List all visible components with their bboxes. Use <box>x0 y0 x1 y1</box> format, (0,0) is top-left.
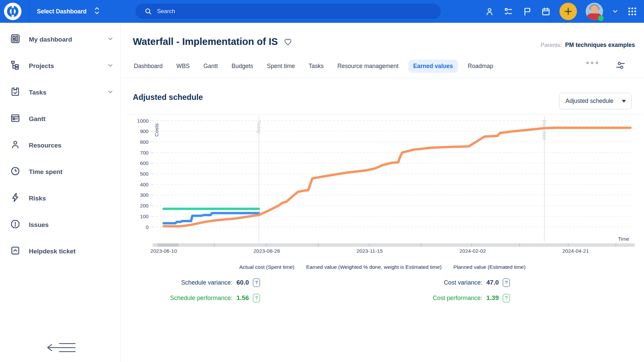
svg-text:300: 300 <box>140 192 149 198</box>
apps-grid-icon[interactable] <box>627 6 637 16</box>
search-placeholder: Search <box>157 8 175 15</box>
schedule-performance-label: Schedule performance: <box>170 295 232 302</box>
schedule-variance-row: Schedule variance: 60.0 ? <box>119 278 260 288</box>
tab-roadmap[interactable]: Roadmap <box>464 60 497 73</box>
add-button[interactable] <box>559 3 577 20</box>
svg-text:Time: Time <box>618 236 629 242</box>
sidebar: My dashboard Projects Tasks <box>0 23 121 362</box>
search-icon <box>144 7 152 15</box>
help-icon[interactable]: ? <box>503 294 510 302</box>
chart-section-title: Adjusted schedule <box>133 93 203 102</box>
schedule-variance-value: 60.0 <box>236 279 249 286</box>
tab-spent-time[interactable]: Spent time <box>263 60 299 73</box>
svg-text:600: 600 <box>140 160 149 166</box>
legend-earned-value[interactable]: Earned value (Weighted % done, weight is… <box>306 264 442 270</box>
sidebar-item-tasks[interactable]: Tasks <box>0 79 120 106</box>
sidebar-item-helpdesk-ticket[interactable]: Helpdesk ticket <box>0 238 120 264</box>
tab-resource-management[interactable]: Resource management <box>334 60 402 73</box>
user-avatar[interactable] <box>586 3 603 20</box>
sidebar-item-label: Risks <box>29 195 46 202</box>
help-icon[interactable]: ? <box>253 294 260 302</box>
lightning-icon <box>10 192 20 204</box>
schedule-performance-row: Schedule performance: 1.56 ? <box>119 293 260 303</box>
alert-octagon-icon <box>10 219 20 231</box>
dashboard-icon <box>10 34 20 45</box>
svg-text:900: 900 <box>140 128 149 134</box>
cost-variance-value: 47.0 <box>486 279 499 286</box>
sidebar-item-label: Gantt <box>29 115 46 123</box>
sidebar-item-gantt[interactable]: Gantt <box>0 106 120 132</box>
select-dashboard-label: Select Dashboard <box>37 8 87 15</box>
sidebar-item-label: My dashboard <box>29 36 72 43</box>
tab-budgets[interactable]: Budgets <box>228 60 257 73</box>
sidebar-item-label: Helpdesk ticket <box>29 248 75 255</box>
divider <box>29 0 29 23</box>
help-icon[interactable]: ? <box>253 279 260 287</box>
page-settings-icon[interactable] <box>615 60 626 71</box>
schedule-variance-label: Schedule variance: <box>181 279 232 286</box>
sidebar-item-label: Resources <box>29 142 61 149</box>
cost-performance-value: 1.39 <box>486 294 499 302</box>
tab-wbs[interactable]: WBS <box>173 60 194 73</box>
svg-text:2024-04-21: 2024-04-21 <box>562 248 589 254</box>
chart-type-value: Adjusted schedule <box>566 98 613 105</box>
schedule-performance-value: 1.56 <box>236 294 249 302</box>
favorite-heart-icon[interactable] <box>283 37 292 46</box>
chevron-up-square-icon <box>10 245 20 257</box>
person-icon <box>10 139 20 151</box>
tab-gantt[interactable]: Gantt <box>200 60 222 73</box>
chevron-down-icon[interactable] <box>107 88 114 97</box>
svg-text:400: 400 <box>140 182 149 187</box>
svg-text:2023-06-10: 2023-06-10 <box>150 248 177 254</box>
help-icon[interactable]: ? <box>503 279 510 287</box>
flag-icon[interactable] <box>522 6 532 16</box>
chart-type-select[interactable]: Adjusted schedule <box>559 93 632 109</box>
svg-text:Today: Today <box>256 120 262 134</box>
dropdown-caret-icon <box>622 100 626 103</box>
search-input[interactable]: Search <box>136 4 441 19</box>
svg-text:0: 0 <box>146 224 149 230</box>
person-icon[interactable] <box>484 6 494 16</box>
project-tabs: Dashboard WBS Gantt Budgets Spent time T… <box>130 60 497 73</box>
chart-legend: Actual cost (Spent time) Earned value (W… <box>121 264 644 270</box>
cost-variance-label: Cost variance: <box>444 279 482 286</box>
expand-chevrons-icon <box>94 7 100 16</box>
svg-text:1000: 1000 <box>137 118 149 124</box>
chevron-down-icon[interactable] <box>107 62 114 70</box>
divider <box>121 78 644 78</box>
chevron-down-icon[interactable] <box>612 6 619 16</box>
sidebar-item-resources[interactable]: Resources <box>0 132 120 159</box>
tab-earned-values[interactable]: Earned values <box>409 60 458 73</box>
calendar-icon[interactable] <box>541 6 551 16</box>
cost-performance-row: Cost performance: 1.39 ? <box>369 293 510 303</box>
tab-dashboard[interactable]: Dashboard <box>130 60 166 73</box>
parents-label: Parents: <box>541 42 562 48</box>
legend-planned-value[interactable]: Planned value (Estimated time) <box>453 264 525 270</box>
cost-performance-label: Cost performance: <box>433 295 482 302</box>
earned-value-chart[interactable]: 01002003004005006007008009001000CostsTod… <box>121 111 644 268</box>
sidebar-item-label: Projects <box>29 62 54 70</box>
tab-tasks[interactable]: Tasks <box>305 60 327 73</box>
top-bar: Select Dashboard Search <box>0 0 644 23</box>
svg-text:800: 800 <box>140 139 149 145</box>
sidebar-item-my-dashboard[interactable]: My dashboard <box>0 26 120 53</box>
more-tabs-button[interactable] <box>586 62 598 64</box>
sidebar-item-issues[interactable]: Issues <box>0 212 120 238</box>
logo-icon <box>7 6 18 17</box>
svg-text:2023-11-15: 2023-11-15 <box>357 248 383 254</box>
tasks-clipboard-icon <box>10 86 20 98</box>
chevron-down-icon[interactable] <box>107 36 114 44</box>
svg-text:500: 500 <box>140 171 149 177</box>
svg-text:2023-08-28: 2023-08-28 <box>253 248 280 254</box>
legend-actual-cost[interactable]: Actual cost (Spent time) <box>239 264 294 270</box>
checklist-icon[interactable] <box>503 6 513 16</box>
svg-text:100: 100 <box>140 214 149 219</box>
cost-variance-row: Cost variance: 47.0 ? <box>369 278 510 288</box>
parents-link[interactable]: PM techniques examples <box>565 42 635 48</box>
select-dashboard-button[interactable]: Select Dashboard <box>37 0 100 23</box>
sidebar-item-risks[interactable]: Risks <box>0 185 120 212</box>
sidebar-item-time-spent[interactable]: Time spent <box>0 159 120 185</box>
collapse-sidebar-button[interactable] <box>44 340 78 355</box>
sidebar-item-projects[interactable]: Projects <box>0 53 120 79</box>
app-logo[interactable] <box>4 3 21 20</box>
